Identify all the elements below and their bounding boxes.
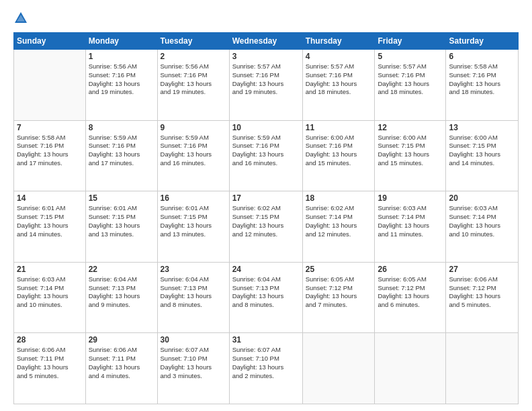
day-info: Sunrise: 6:06 AMSunset: 7:11 PMDaylight:… xyxy=(17,346,83,380)
day-cell: 1Sunrise: 5:56 AMSunset: 7:16 PMDaylight… xyxy=(85,50,157,121)
day-cell: 27Sunrise: 6:06 AMSunset: 7:12 PMDayligh… xyxy=(446,262,519,333)
day-number: 21 xyxy=(17,265,83,274)
day-cell: 5Sunrise: 5:57 AMSunset: 7:16 PMDaylight… xyxy=(375,50,446,121)
day-info: Sunrise: 6:04 AMSunset: 7:13 PMDaylight:… xyxy=(232,275,300,310)
day-number: 2 xyxy=(161,52,226,61)
day-number: 1 xyxy=(89,52,154,61)
day-number: 20 xyxy=(449,193,515,203)
day-info: Sunrise: 6:02 AMSunset: 7:15 PMDaylight:… xyxy=(232,204,300,238)
day-info: Sunrise: 5:56 AMSunset: 7:16 PMDaylight:… xyxy=(89,62,154,97)
day-info: Sunrise: 6:00 AMSunset: 7:15 PMDaylight:… xyxy=(378,134,443,168)
day-cell: 25Sunrise: 6:05 AMSunset: 7:12 PMDayligh… xyxy=(302,262,375,333)
day-cell: 30Sunrise: 6:07 AMSunset: 7:10 PMDayligh… xyxy=(157,333,229,404)
day-number: 16 xyxy=(161,193,226,203)
day-info: Sunrise: 6:05 AMSunset: 7:12 PMDaylight:… xyxy=(306,275,372,310)
day-info: Sunrise: 6:03 AMSunset: 7:14 PMDaylight:… xyxy=(449,204,515,238)
day-cell: 29Sunrise: 6:06 AMSunset: 7:11 PMDayligh… xyxy=(85,333,157,404)
day-info: Sunrise: 5:59 AMSunset: 7:16 PMDaylight:… xyxy=(232,134,300,168)
day-number: 18 xyxy=(306,193,372,203)
day-number: 9 xyxy=(161,123,226,132)
day-cell: 21Sunrise: 6:03 AMSunset: 7:14 PMDayligh… xyxy=(14,262,86,333)
day-info: Sunrise: 5:57 AMSunset: 7:16 PMDaylight:… xyxy=(306,62,372,97)
day-cell: 10Sunrise: 5:59 AMSunset: 7:16 PMDayligh… xyxy=(229,120,302,191)
col-header-thursday: Thursday xyxy=(302,33,375,50)
day-cell: 17Sunrise: 6:02 AMSunset: 7:15 PMDayligh… xyxy=(229,191,302,263)
day-info: Sunrise: 6:03 AMSunset: 7:14 PMDaylight:… xyxy=(378,204,443,238)
logo-icon xyxy=(13,11,28,26)
day-number: 3 xyxy=(232,52,300,61)
day-info: Sunrise: 5:57 AMSunset: 7:16 PMDaylight:… xyxy=(378,62,443,97)
col-header-saturday: Saturday xyxy=(446,33,519,50)
col-header-tuesday: Tuesday xyxy=(157,33,229,50)
day-number: 7 xyxy=(17,123,83,132)
day-number: 14 xyxy=(17,193,83,203)
day-number: 8 xyxy=(89,123,154,132)
day-number: 26 xyxy=(378,265,443,274)
day-number: 15 xyxy=(89,193,154,203)
col-header-friday: Friday xyxy=(375,33,446,50)
day-info: Sunrise: 6:00 AMSunset: 7:16 PMDaylight:… xyxy=(306,134,372,168)
day-number: 23 xyxy=(161,265,226,274)
day-info: Sunrise: 6:01 AMSunset: 7:15 PMDaylight:… xyxy=(89,204,154,238)
day-number: 30 xyxy=(161,335,226,345)
day-info: Sunrise: 6:07 AMSunset: 7:10 PMDaylight:… xyxy=(232,346,300,380)
day-number: 24 xyxy=(232,265,300,274)
day-cell: 6Sunrise: 5:58 AMSunset: 7:16 PMDaylight… xyxy=(446,50,519,121)
day-info: Sunrise: 5:59 AMSunset: 7:16 PMDaylight:… xyxy=(89,134,154,168)
day-info: Sunrise: 6:01 AMSunset: 7:15 PMDaylight:… xyxy=(161,204,226,238)
calendar-table: SundayMondayTuesdayWednesdayThursdayFrid… xyxy=(13,32,519,404)
day-number: 4 xyxy=(306,52,372,61)
day-cell: 11Sunrise: 6:00 AMSunset: 7:16 PMDayligh… xyxy=(302,120,375,191)
day-number: 10 xyxy=(232,123,300,132)
day-number: 28 xyxy=(17,335,83,345)
day-number: 25 xyxy=(306,265,372,274)
header-row: SundayMondayTuesdayWednesdayThursdayFrid… xyxy=(14,33,519,50)
week-row-1: 1Sunrise: 5:56 AMSunset: 7:16 PMDaylight… xyxy=(14,50,519,121)
day-cell xyxy=(446,333,519,404)
day-cell: 19Sunrise: 6:03 AMSunset: 7:14 PMDayligh… xyxy=(375,191,446,263)
day-cell xyxy=(14,50,86,121)
day-info: Sunrise: 5:56 AMSunset: 7:16 PMDaylight:… xyxy=(161,62,226,97)
day-cell xyxy=(375,333,446,404)
day-cell: 18Sunrise: 6:02 AMSunset: 7:14 PMDayligh… xyxy=(302,191,375,263)
col-header-sunday: Sunday xyxy=(14,33,86,50)
week-row-4: 21Sunrise: 6:03 AMSunset: 7:14 PMDayligh… xyxy=(14,262,519,333)
day-cell: 3Sunrise: 5:57 AMSunset: 7:16 PMDaylight… xyxy=(229,50,302,121)
day-info: Sunrise: 5:57 AMSunset: 7:16 PMDaylight:… xyxy=(232,62,300,97)
day-cell: 24Sunrise: 6:04 AMSunset: 7:13 PMDayligh… xyxy=(229,262,302,333)
week-row-2: 7Sunrise: 5:58 AMSunset: 7:16 PMDaylight… xyxy=(14,120,519,191)
week-row-5: 28Sunrise: 6:06 AMSunset: 7:11 PMDayligh… xyxy=(14,333,519,404)
day-info: Sunrise: 5:58 AMSunset: 7:16 PMDaylight:… xyxy=(17,134,83,168)
col-header-wednesday: Wednesday xyxy=(229,33,302,50)
day-info: Sunrise: 5:58 AMSunset: 7:16 PMDaylight:… xyxy=(449,62,515,97)
logo xyxy=(13,11,31,26)
day-info: Sunrise: 6:02 AMSunset: 7:14 PMDaylight:… xyxy=(306,204,372,238)
day-number: 11 xyxy=(306,123,372,132)
day-cell: 4Sunrise: 5:57 AMSunset: 7:16 PMDaylight… xyxy=(302,50,375,121)
week-row-3: 14Sunrise: 6:01 AMSunset: 7:15 PMDayligh… xyxy=(14,191,519,263)
day-cell: 15Sunrise: 6:01 AMSunset: 7:15 PMDayligh… xyxy=(85,191,157,263)
day-info: Sunrise: 6:01 AMSunset: 7:15 PMDaylight:… xyxy=(17,204,83,238)
day-info: Sunrise: 6:04 AMSunset: 7:13 PMDaylight:… xyxy=(89,275,154,310)
day-number: 31 xyxy=(232,335,300,345)
header xyxy=(13,11,519,26)
day-cell: 26Sunrise: 6:05 AMSunset: 7:12 PMDayligh… xyxy=(375,262,446,333)
day-info: Sunrise: 6:03 AMSunset: 7:14 PMDaylight:… xyxy=(17,275,83,310)
day-cell: 7Sunrise: 5:58 AMSunset: 7:16 PMDaylight… xyxy=(14,120,86,191)
day-cell: 14Sunrise: 6:01 AMSunset: 7:15 PMDayligh… xyxy=(14,191,86,263)
day-number: 19 xyxy=(378,193,443,203)
day-cell xyxy=(302,333,375,404)
day-number: 17 xyxy=(232,193,300,203)
day-info: Sunrise: 6:07 AMSunset: 7:10 PMDaylight:… xyxy=(161,346,226,380)
day-cell: 8Sunrise: 5:59 AMSunset: 7:16 PMDaylight… xyxy=(85,120,157,191)
day-cell: 9Sunrise: 5:59 AMSunset: 7:16 PMDaylight… xyxy=(157,120,229,191)
day-cell: 31Sunrise: 6:07 AMSunset: 7:10 PMDayligh… xyxy=(229,333,302,404)
day-info: Sunrise: 5:59 AMSunset: 7:16 PMDaylight:… xyxy=(161,134,226,168)
day-info: Sunrise: 6:05 AMSunset: 7:12 PMDaylight:… xyxy=(378,275,443,310)
day-cell: 12Sunrise: 6:00 AMSunset: 7:15 PMDayligh… xyxy=(375,120,446,191)
day-info: Sunrise: 6:04 AMSunset: 7:13 PMDaylight:… xyxy=(161,275,226,310)
day-cell: 23Sunrise: 6:04 AMSunset: 7:13 PMDayligh… xyxy=(157,262,229,333)
day-number: 6 xyxy=(449,52,515,61)
day-info: Sunrise: 6:06 AMSunset: 7:12 PMDaylight:… xyxy=(449,275,515,310)
day-number: 27 xyxy=(449,265,515,274)
